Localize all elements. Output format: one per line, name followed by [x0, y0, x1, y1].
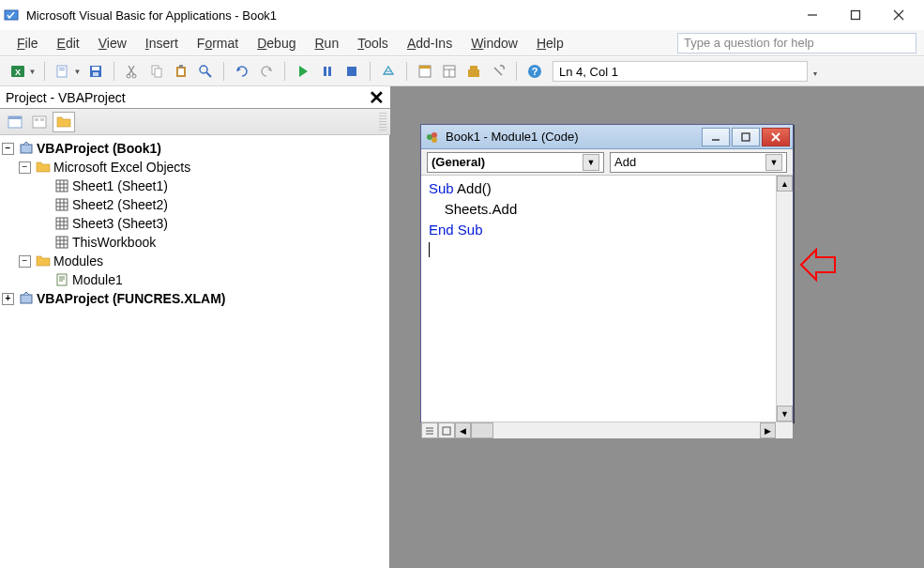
object-browser-icon[interactable]: [463, 61, 484, 82]
menu-edit[interactable]: Edit: [48, 34, 89, 53]
window-minimize-button[interactable]: [791, 2, 834, 28]
paste-icon[interactable]: [171, 61, 191, 82]
tree-excel-objects-folder[interactable]: − Microsoft Excel Objects: [2, 158, 387, 177]
text-cursor: [429, 242, 430, 257]
view-code-icon[interactable]: [4, 112, 26, 132]
full-module-view-button[interactable]: [438, 422, 455, 438]
svg-rect-37: [33, 116, 46, 128]
menu-insert[interactable]: Insert: [136, 34, 188, 53]
code-window-titlebar[interactable]: Book1 - Module1 (Code): [421, 125, 793, 149]
break-icon[interactable]: [317, 61, 338, 82]
tree-label: Sheet2 (Sheet2): [72, 197, 168, 212]
scroll-thumb[interactable]: [471, 422, 493, 438]
dropdown-caret-icon[interactable]: ▼: [28, 68, 37, 76]
procedure-view-button[interactable]: [421, 422, 438, 438]
svg-rect-16: [155, 69, 161, 77]
help-search-input[interactable]: Type a question for help: [677, 33, 916, 54]
toolbar-overflow-caret[interactable]: ▾: [813, 63, 817, 80]
properties-window-icon[interactable]: [439, 61, 460, 82]
svg-rect-23: [328, 67, 331, 76]
cursor-position-text: Ln 4, Col 1: [559, 65, 618, 79]
svg-rect-70: [742, 133, 750, 141]
redo-icon[interactable]: [256, 61, 277, 82]
tree-label: ThisWorkbook: [72, 235, 156, 250]
scroll-left-arrow-icon[interactable]: ◀: [455, 422, 471, 438]
code-window-minimize-button[interactable]: [702, 128, 730, 146]
svg-rect-2: [852, 11, 860, 20]
project-explorer-close-button[interactable]: ✕: [366, 86, 386, 109]
tree-root-vbaproject-book1[interactable]: − VBAProject (Book1): [2, 139, 387, 158]
svg-rect-19: [179, 65, 183, 68]
tree-root-vbaproject-funcres[interactable]: + VBAProject (FUNCRES.XLAM): [2, 289, 387, 308]
code-window-close-button[interactable]: [762, 128, 790, 146]
project-tree[interactable]: − VBAProject (Book1) − Microsoft Excel O…: [0, 135, 390, 568]
reset-icon[interactable]: [341, 61, 362, 82]
find-icon[interactable]: [195, 61, 216, 82]
menu-addins[interactable]: Add-Ins: [398, 34, 462, 53]
code-editor[interactable]: Sub Add() Sheets.Add End Sub: [421, 176, 776, 422]
code-window-maximize-button[interactable]: [732, 128, 760, 146]
scroll-up-arrow-icon[interactable]: ▲: [777, 176, 793, 192]
svg-rect-22: [324, 67, 326, 76]
menu-format[interactable]: Format: [188, 34, 248, 53]
menu-run[interactable]: Run: [305, 34, 348, 53]
tree-sheet3[interactable]: Sheet3 (Sheet3): [2, 214, 387, 233]
view-excel-icon[interactable]: X: [8, 61, 28, 82]
copy-icon[interactable]: [146, 61, 167, 82]
toolbox-icon[interactable]: [488, 61, 508, 82]
workbook-icon: [54, 235, 69, 250]
dropdown-caret-icon[interactable]: ▼: [73, 68, 82, 76]
tree-modules-folder[interactable]: − Modules: [2, 252, 387, 270]
project-explorer-title-text: Project - VBAProject: [6, 90, 126, 105]
project-explorer-toolbar: [0, 109, 390, 135]
svg-rect-39: [40, 118, 44, 121]
run-icon[interactable]: [293, 61, 313, 82]
menu-file[interactable]: File: [8, 34, 48, 53]
project-explorer-icon[interactable]: [415, 61, 435, 82]
object-combo[interactable]: (General) ▼: [427, 152, 604, 173]
folder-open-icon: [36, 160, 51, 175]
undo-icon[interactable]: [232, 61, 252, 82]
scroll-down-arrow-icon[interactable]: ▼: [777, 406, 793, 422]
view-object-icon[interactable]: [28, 112, 51, 132]
menu-debug[interactable]: Debug: [248, 34, 305, 53]
menu-help[interactable]: Help: [527, 34, 573, 53]
tree-sheet2[interactable]: Sheet2 (Sheet2): [2, 195, 387, 214]
menu-tools[interactable]: Tools: [348, 34, 398, 53]
worksheet-icon: [54, 216, 69, 231]
tree-label: VBAProject (Book1): [37, 141, 161, 156]
cut-icon[interactable]: [122, 61, 143, 82]
tree-thisworkbook[interactable]: ThisWorkbook: [2, 233, 387, 252]
vertical-scrollbar[interactable]: ▲ ▼: [776, 176, 793, 422]
svg-rect-9: [59, 69, 65, 70]
window-close-button[interactable]: [877, 2, 920, 28]
scroll-right-arrow-icon[interactable]: ▶: [760, 422, 776, 438]
code-window-title-text: Book1 - Module1 (Code): [446, 130, 702, 144]
menu-view[interactable]: View: [89, 34, 136, 53]
design-mode-icon[interactable]: [378, 61, 399, 82]
help-icon[interactable]: ?: [524, 61, 545, 82]
save-icon[interactable]: [85, 61, 106, 82]
code-text: Sheets.Add: [429, 201, 517, 217]
svg-rect-11: [92, 67, 99, 70]
svg-rect-41: [56, 180, 68, 192]
menu-window[interactable]: Window: [462, 34, 527, 53]
procedure-combo[interactable]: Add ▼: [610, 152, 787, 173]
svg-rect-65: [21, 295, 32, 303]
insert-module-icon[interactable]: [53, 61, 73, 82]
tree-sheet1[interactable]: Sheet1 (Sheet1): [2, 177, 387, 195]
svg-rect-7: [57, 66, 67, 77]
svg-rect-27: [419, 66, 431, 69]
code-window-module1: Book1 - Module1 (Code) (General) ▼ Add ▼: [420, 124, 794, 422]
scroll-corner: [776, 422, 793, 438]
project-icon: [19, 291, 34, 306]
annotation-arrow-icon: [799, 246, 837, 287]
tree-module1[interactable]: Module1: [2, 270, 387, 289]
worksheet-icon: [54, 178, 69, 193]
horizontal-scrollbar[interactable]: ◀ ▶: [455, 422, 776, 438]
module-icon: [54, 272, 69, 287]
procedure-combo-value: Add: [614, 155, 636, 169]
toggle-folders-icon[interactable]: [53, 112, 75, 132]
code-keyword: Sub: [429, 180, 457, 196]
window-maximize-button[interactable]: [834, 2, 877, 28]
